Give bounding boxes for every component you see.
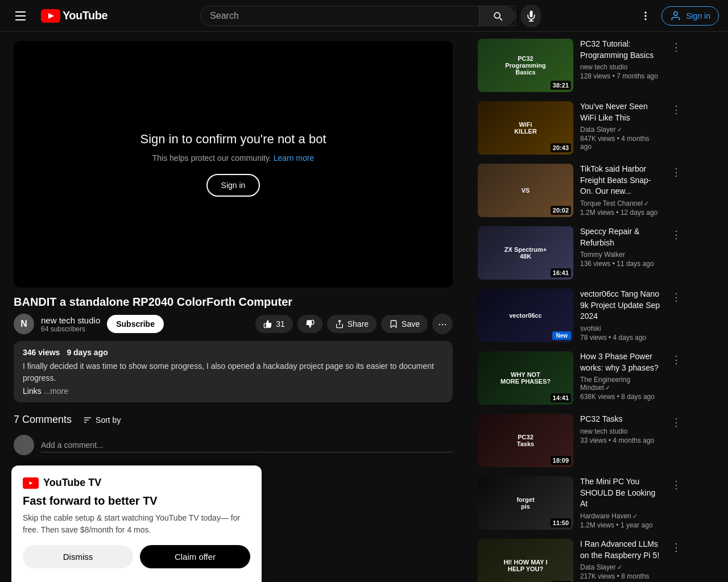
more-label[interactable]: ...more [44,386,69,396]
search-form [200,6,516,26]
sidebar-video-meta: 136 views • 11 days ago [580,260,662,268]
sign-in-overlay: Sign in to confirm you're not a bot This… [129,120,337,208]
video-thumbnail: PC32 Programming Basics 38:21 [478,39,573,92]
save-label: Save [402,319,420,329]
sidebar-video-title: TikTok said Harbor Freight Beats Snap-On… [580,164,662,197]
sidebar-video-item[interactable]: vector06cc New vector06cc Tang Nano 9k P… [475,286,686,344]
youtube-tv-logo-text: YouTube TV [43,477,101,489]
like-icon [263,319,272,329]
sidebar-more-button[interactable]: ⋮ [669,164,684,181]
youtube-logo-icon [41,9,60,23]
sidebar-video-item[interactable]: WiFi KILLER 20:43 You've Never Seen WiFi… [475,99,686,157]
sidebar-video-item[interactable]: PC32 Tasks 18:09 PC32 Tasks new tech stu… [475,411,686,469]
more-options-icon [640,10,651,22]
sidebar-more-button[interactable]: ⋮ [669,226,684,243]
sidebar-video-item[interactable]: WHY NOT MORE PHASES? 14:41 How 3 Phase P… [475,349,686,407]
upload-date: 9 days ago [67,348,107,357]
search-area [200,5,541,27]
more-actions-button[interactable]: ··· [432,314,453,334]
sidebar-more-button[interactable]: ⋮ [669,289,684,306]
sign-in-prompt-sub: This helps protect our community. Learn … [152,153,315,163]
sort-button[interactable]: Sort by [83,415,121,425]
video-title: BANDIT a standalone RP2040 ColorForth Co… [14,294,453,309]
header-right: Sign in [634,5,719,27]
sidebar-video-meta: 217K views • 8 months ago [580,572,662,582]
learn-more-link[interactable]: Learn more [274,153,315,163]
sidebar-video-item[interactable]: ZX Spectrum+ 48K 16:41 Speccy Repair & R… [475,224,686,282]
comment-input[interactable] [41,438,453,452]
sidebar-channel-name: Data Slayer✓ [580,563,662,571]
save-icon [389,319,398,329]
new-badge: New [552,331,571,340]
desc-links-row: Links ...more [23,386,444,396]
svg-point-2 [645,11,647,13]
add-comment-row [14,435,453,455]
sidebar-video-item[interactable]: VS 20:02 TikTok said Harbor Freight Beat… [475,161,686,219]
dismiss-button[interactable]: Dismiss [23,545,133,568]
sidebar-more-button[interactable]: ⋮ [669,39,684,56]
dislike-button[interactable] [297,315,322,333]
like-count: 31 [276,319,285,329]
subscriber-count: 64 subscribers [41,325,100,333]
video-duration: 38:21 [551,81,571,90]
sidebar-more-button[interactable]: ⋮ [669,539,684,556]
channel-name-sub: new tech studio 64 subscribers [41,315,100,333]
more-options-button[interactable] [634,5,657,27]
sidebar-video-item[interactable]: PC32 Programming Basics 38:21 PC32 Tutor… [475,36,686,94]
sidebar-video-meta: 638K views • 8 days ago [580,393,662,401]
comments-header: 7 Comments Sort by [14,414,453,426]
promo-logo: YouTube TV [23,477,250,489]
sidebar-more-button[interactable]: ⋮ [669,101,684,118]
promo-description: Skip the cable setup & start watching Yo… [23,512,250,536]
video-info: PC32 Tutorial: Programming Basics new te… [578,39,664,92]
user-avatar [14,435,34,455]
sidebar-video-item[interactable]: HI! HOW MAY I HELP YOU? 14:42 I Ran Adva… [475,537,686,582]
video-thumbnail: ZX Spectrum+ 48K 16:41 [478,226,573,280]
verified-icon: ✓ [605,384,610,391]
video-thumbnail: WiFi KILLER 20:43 [478,101,573,155]
thumb-text: HI! HOW MAY I HELP YOU? [478,539,573,582]
sidebar-more-button[interactable]: ⋮ [669,476,684,493]
sidebar-video-title: PC32 Tasks [580,414,662,425]
promo-title: Fast forward to better TV [23,494,250,508]
dislike-icon [305,319,315,329]
search-input[interactable] [201,6,479,26]
video-duration: 20:43 [551,143,571,152]
promo-buttons: Dismiss Claim offer [23,545,250,568]
like-button[interactable]: 31 [255,315,293,333]
sidebar-more-button[interactable]: ⋮ [669,414,684,431]
menu-button[interactable] [9,5,32,27]
sidebar-channel-name: Tommy Walker [580,251,662,259]
video-duration: 18:09 [551,456,571,465]
video-thumbnail: PC32 Tasks 18:09 [478,414,573,467]
sidebar-video-item[interactable]: forget pis 11:50 The Mini PC You SHOULD … [475,474,686,532]
youtube-logo[interactable]: YouTube [41,9,107,23]
mic-button[interactable] [520,5,541,27]
sidebar-channel-name: Torque Test Channel✓ [580,199,662,207]
subscribe-button[interactable]: Subscribe [107,315,164,333]
claim-offer-button[interactable]: Claim offer [140,545,250,568]
mic-icon [526,10,537,22]
youtube-logo-text: YouTube [63,9,107,22]
search-button[interactable] [479,6,515,26]
sign-in-button[interactable]: Sign in [661,6,719,26]
desc-stats: 346 views 9 days ago [23,348,444,357]
sidebar-channel-name: The Engineering Mindset✓ [580,376,662,392]
sidebar-video-title: The Mini PC You SHOULD Be Looking At [580,476,662,510]
share-button[interactable]: Share [327,315,377,333]
video-info: vector06cc Tang Nano 9k Project Update S… [578,289,664,342]
sidebar-more-button[interactable]: ⋮ [669,351,684,368]
sign-in-label: Sign in [686,11,710,20]
video-info: How 3 Phase Power works: why 3 phases? T… [578,351,664,405]
comments-count: 7 Comments [14,414,72,426]
save-button[interactable]: Save [381,315,428,333]
sign-in-overlay-button[interactable]: Sign in [206,174,260,197]
channel-avatar: N [14,314,34,334]
channel-name: new tech studio [41,315,100,325]
svg-point-5 [674,11,678,15]
sidebar-video-title: I Ran Advanced LLMs on the Raspberry Pi … [580,539,662,561]
video-duration: 11:50 [551,518,571,527]
verified-icon: ✓ [617,564,622,571]
sidebar-video-title: You've Never Seen WiFi Like This [580,101,662,123]
sidebar: PC32 Programming Basics 38:21 PC32 Tutor… [466,32,695,582]
